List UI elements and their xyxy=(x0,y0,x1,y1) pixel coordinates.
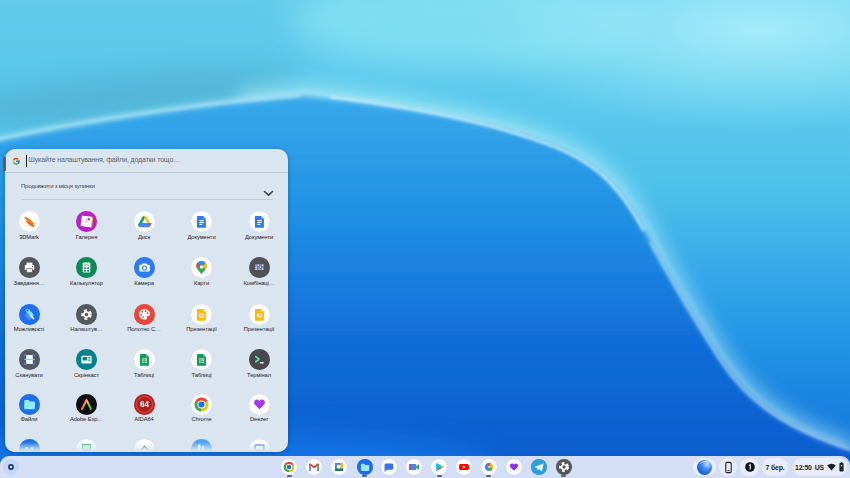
svg-text:64: 64 xyxy=(139,400,149,409)
